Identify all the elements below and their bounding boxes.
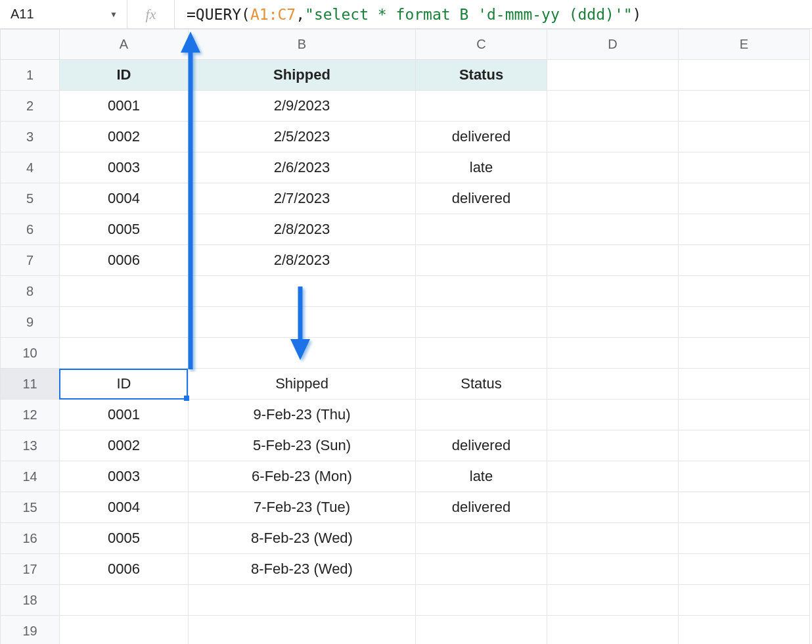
- cell-A10[interactable]: [60, 338, 189, 369]
- cell-E16[interactable]: [679, 523, 810, 554]
- cell-E14[interactable]: [679, 461, 810, 492]
- cell-C1[interactable]: Status: [416, 60, 547, 91]
- cell-C11[interactable]: Status: [416, 369, 547, 400]
- cell-C5[interactable]: delivered: [416, 183, 547, 214]
- cell-B12[interactable]: 9-Feb-23 (Thu): [189, 400, 416, 430]
- cell-A2[interactable]: 0001: [60, 91, 189, 122]
- row-header[interactable]: 19: [1, 616, 60, 645]
- cell-D1[interactable]: [547, 60, 679, 91]
- cell-C18[interactable]: [416, 585, 547, 616]
- name-box[interactable]: A11 ▼: [0, 0, 127, 28]
- cell-C16[interactable]: [416, 523, 547, 554]
- row-header[interactable]: 5: [1, 183, 60, 214]
- cell-E3[interactable]: [679, 122, 810, 152]
- cell-B15[interactable]: 7-Feb-23 (Tue): [189, 492, 416, 523]
- cell-C6[interactable]: [416, 214, 547, 245]
- row-header[interactable]: 2: [1, 91, 60, 122]
- cell-A4[interactable]: 0003: [60, 152, 189, 183]
- row-header[interactable]: 16: [1, 523, 60, 554]
- cell-C13[interactable]: delivered: [416, 430, 547, 461]
- cell-D11[interactable]: [547, 369, 679, 400]
- cell-A18[interactable]: [60, 585, 189, 616]
- cell-B10[interactable]: [189, 338, 416, 369]
- cell-B4[interactable]: 2/6/2023: [189, 152, 416, 183]
- cell-B6[interactable]: 2/8/2023: [189, 214, 416, 245]
- cell-C12[interactable]: [416, 400, 547, 430]
- cell-A3[interactable]: 0002: [60, 122, 189, 152]
- cell-B18[interactable]: [189, 585, 416, 616]
- row-header[interactable]: 14: [1, 461, 60, 492]
- cell-E11[interactable]: [679, 369, 810, 400]
- col-header-D[interactable]: D: [547, 30, 679, 60]
- cell-D16[interactable]: [547, 523, 679, 554]
- cell-A15[interactable]: 0004: [60, 492, 189, 523]
- cell-C15[interactable]: delivered: [416, 492, 547, 523]
- row-header[interactable]: 8: [1, 276, 60, 307]
- cell-A7[interactable]: 0006: [60, 245, 189, 276]
- row-header[interactable]: 10: [1, 338, 60, 369]
- cell-D12[interactable]: [547, 400, 679, 430]
- cell-E12[interactable]: [679, 400, 810, 430]
- cell-B11[interactable]: Shipped: [189, 369, 416, 400]
- cell-A19[interactable]: [60, 616, 189, 645]
- cell-A16[interactable]: 0005: [60, 523, 189, 554]
- cell-E18[interactable]: [679, 585, 810, 616]
- cell-A1[interactable]: ID: [60, 60, 189, 91]
- row-header[interactable]: 6: [1, 214, 60, 245]
- cell-C19[interactable]: [416, 616, 547, 645]
- cell-B2[interactable]: 2/9/2023: [189, 91, 416, 122]
- cell-B14[interactable]: 6-Feb-23 (Mon): [189, 461, 416, 492]
- cell-C17[interactable]: [416, 554, 547, 585]
- cell-E5[interactable]: [679, 183, 810, 214]
- cell-E6[interactable]: [679, 214, 810, 245]
- cell-E17[interactable]: [679, 554, 810, 585]
- col-header-C[interactable]: C: [416, 30, 547, 60]
- chevron-down-icon[interactable]: ▼: [110, 10, 118, 19]
- cell-D10[interactable]: [547, 338, 679, 369]
- cell-D5[interactable]: [547, 183, 679, 214]
- cell-A11[interactable]: ID: [60, 369, 189, 400]
- cell-D9[interactable]: [547, 307, 679, 338]
- cell-D19[interactable]: [547, 616, 679, 645]
- cell-A5[interactable]: 0004: [60, 183, 189, 214]
- cell-B8[interactable]: [189, 276, 416, 307]
- row-header[interactable]: 12: [1, 400, 60, 430]
- cell-D6[interactable]: [547, 214, 679, 245]
- cell-E19[interactable]: [679, 616, 810, 645]
- col-header-A[interactable]: A: [60, 30, 189, 60]
- row-header[interactable]: 13: [1, 430, 60, 461]
- cell-B7[interactable]: 2/8/2023: [189, 245, 416, 276]
- cell-D13[interactable]: [547, 430, 679, 461]
- col-header-E[interactable]: E: [679, 30, 810, 60]
- row-header[interactable]: 1: [1, 60, 60, 91]
- cell-D4[interactable]: [547, 152, 679, 183]
- row-header[interactable]: 18: [1, 585, 60, 616]
- cell-B1[interactable]: Shipped: [189, 60, 416, 91]
- cell-D18[interactable]: [547, 585, 679, 616]
- cell-A8[interactable]: [60, 276, 189, 307]
- cell-B19[interactable]: [189, 616, 416, 645]
- row-header[interactable]: 4: [1, 152, 60, 183]
- cell-E13[interactable]: [679, 430, 810, 461]
- formula-input[interactable]: =QUERY(A1:C7,"select * format B 'd-mmm-y…: [175, 0, 812, 28]
- cell-B17[interactable]: 8-Feb-23 (Wed): [189, 554, 416, 585]
- cell-D3[interactable]: [547, 122, 679, 152]
- cell-C3[interactable]: delivered: [416, 122, 547, 152]
- select-all-corner[interactable]: [1, 30, 60, 60]
- cell-C9[interactable]: [416, 307, 547, 338]
- cell-E10[interactable]: [679, 338, 810, 369]
- cell-E2[interactable]: [679, 91, 810, 122]
- cell-E15[interactable]: [679, 492, 810, 523]
- cell-E4[interactable]: [679, 152, 810, 183]
- cell-A9[interactable]: [60, 307, 189, 338]
- cell-B13[interactable]: 5-Feb-23 (Sun): [189, 430, 416, 461]
- cell-C10[interactable]: [416, 338, 547, 369]
- row-header[interactable]: 17: [1, 554, 60, 585]
- row-header[interactable]: 3: [1, 122, 60, 152]
- cell-E8[interactable]: [679, 276, 810, 307]
- cell-B3[interactable]: 2/5/2023: [189, 122, 416, 152]
- cell-B9[interactable]: [189, 307, 416, 338]
- row-header[interactable]: 15: [1, 492, 60, 523]
- row-header[interactable]: 9: [1, 307, 60, 338]
- cell-D17[interactable]: [547, 554, 679, 585]
